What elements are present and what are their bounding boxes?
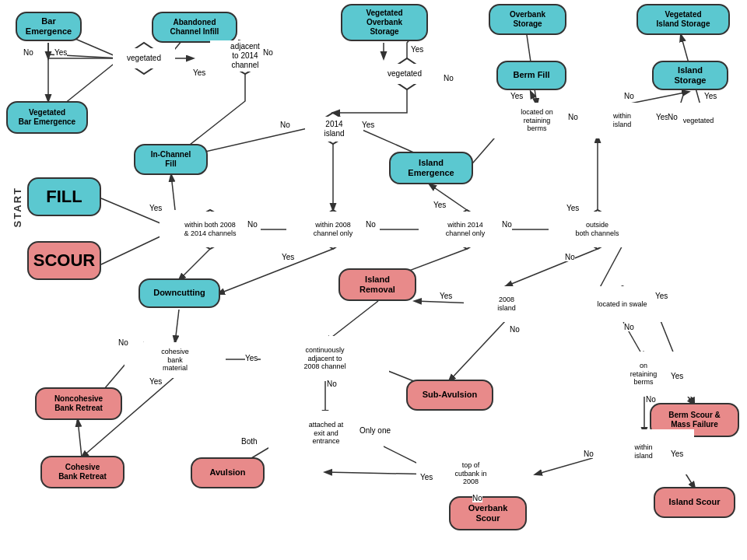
edge-label-yes-outside: Yes — [566, 204, 579, 212]
edge-label-no-cutbank: No — [472, 494, 482, 502]
edge-label-yes-onretberms: Yes — [671, 372, 683, 380]
edge-label-yes-2014isl: Yes — [362, 121, 374, 129]
edge-label-both-attach: Both — [241, 437, 258, 446]
edge-label-no-2014isl: No — [280, 121, 290, 129]
edge-label-yes-both: Yes — [149, 204, 162, 212]
edge-label-no-withinisland: No — [624, 92, 634, 100]
avulsion-node: Avulsion — [191, 457, 265, 488]
edge-label-no-retberms: No — [568, 113, 578, 121]
veg-island-storage-node: VegetatedIsland Storage — [637, 4, 730, 35]
berm-fill-node: Berm Fill — [496, 61, 566, 90]
edge-label-no-onretberms: No — [646, 395, 656, 404]
edge-label-onlyone-attach: Only one — [359, 426, 391, 435]
edge-label-no-adj2008: No — [327, 380, 337, 388]
cohesive-bank-node: CohesiveBank Retreat — [40, 456, 124, 488]
edge-label-no-swale: No — [624, 323, 634, 331]
edge-label-yes-2008isl: Yes — [440, 292, 452, 300]
edge-label-no-outside: No — [565, 253, 575, 261]
edge-label-no-2008only: No — [366, 220, 376, 229]
cohesive-bank-diamond-label: cohesivebankmaterial — [124, 342, 226, 378]
2008-island-diamond-label: 2008island — [464, 286, 549, 322]
edge-label-yes-2008only: Yes — [282, 253, 294, 261]
fill-node: FILL — [27, 177, 101, 216]
scour-node: SCOUR — [27, 241, 101, 280]
within-island-diamond-label: withinisland — [577, 103, 667, 138]
island-removal-node: IslandRemoval — [338, 268, 416, 301]
edge-label-yes-adj2008: Yes — [245, 354, 258, 362]
edge-label-yes-2014only: Yes — [433, 201, 446, 209]
overbank-storage-node: OverbankStorage — [489, 4, 566, 35]
flowchart-diagram: START FILL SCOUR BarEmergence VegetatedB… — [0, 0, 747, 560]
within-both-channels-diamond-label: within both 2008& 2014 channels — [160, 212, 261, 247]
veg-bar-emergence-node: VegetatedBar Emergence — [6, 101, 88, 134]
edge-label-yes-veg: Yes — [54, 48, 67, 57]
edge-label-yes-overbank: Yes — [411, 45, 423, 54]
2014-island-diamond-label: 2014island — [305, 117, 363, 142]
start-label: START — [12, 187, 23, 227]
edge-label-yes-swale: Yes — [655, 292, 668, 300]
within-2008-channel-diamond-label: within 2008channel only — [286, 212, 380, 247]
vegetated-overbank-diamond-label: vegetated — [374, 64, 436, 84]
edge-label-no-withinisland2: No — [584, 450, 594, 458]
edge-label-no-veg2: No — [263, 48, 273, 57]
island-storage-node: IslandStorage — [652, 61, 728, 90]
edge-label-no-2008isl: No — [510, 325, 520, 334]
overbank-scour-node: OverbankScour — [449, 496, 527, 530]
veg-overbank-storage-node: VegetatedOverbankStorage — [341, 4, 428, 41]
edge-label-no-bar: No — [23, 48, 33, 57]
edge-label-no-cohesive: No — [118, 338, 128, 347]
abandoned-channel-node: AbandonedChannel Infill — [152, 12, 237, 43]
edge-label-no-2014only: No — [502, 220, 512, 229]
island-emergence-node: IslandEmergence — [389, 152, 473, 184]
edge-label-yes-adj: Yes — [193, 68, 205, 77]
downcutting-node: Downcutting — [139, 278, 220, 308]
vegetated-diamond-label: vegetated — [113, 48, 175, 68]
edge-label-yes-withinisland2: Yes — [671, 450, 683, 458]
edge-label-yes-veg-isl: Yes — [704, 92, 717, 100]
noncohesive-bank-node: NoncohesiveBank Retreat — [35, 387, 122, 420]
edge-label-no-overbank: No — [444, 74, 454, 82]
in-channel-fill-node: In-ChannelFill — [134, 144, 208, 175]
edge-label-yes-cutbank: Yes — [420, 473, 433, 481]
edge-label-yes-cohesive: Yes — [149, 377, 162, 386]
island-scour-node: Island Scour — [654, 487, 735, 518]
sub-avulsion-node: Sub-Avulsion — [406, 380, 493, 411]
edge-label-no-veg-isl: No — [668, 113, 678, 121]
adj-2008-diamond-label: continuouslyadjacent to2008 channel — [261, 336, 389, 381]
edge-label-no-both: No — [247, 220, 258, 229]
edge-label-yes-withinisland: Yes — [656, 113, 668, 121]
edge-label-yes-retberms: Yes — [510, 92, 523, 100]
within-2014-channel-diamond-label: within 2014channel only — [419, 212, 512, 247]
outside-both-channels-diamond-label: outsideboth channels — [549, 212, 646, 247]
bar-emergence-node: BarEmergence — [16, 12, 82, 41]
